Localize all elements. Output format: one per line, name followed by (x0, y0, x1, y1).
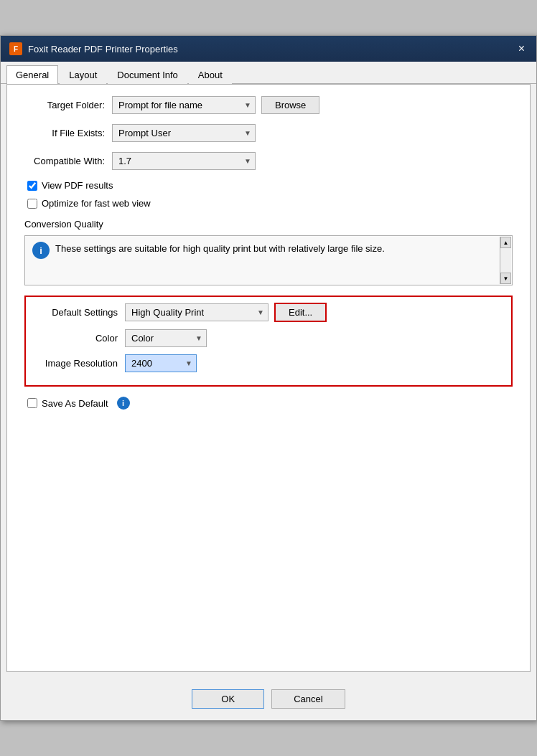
close-button[interactable]: × (515, 43, 528, 55)
compatible-with-select[interactable]: 1.7 1.6 1.5 1.4 (112, 152, 256, 170)
color-select[interactable]: Color Grayscale Monochrome (125, 329, 207, 347)
default-settings-row: Default Settings High Quality Print Stan… (32, 303, 505, 322)
edit-button[interactable]: Edit... (274, 303, 327, 322)
scrollbar[interactable]: ▲ ▼ (500, 237, 511, 284)
target-folder-label: Target Folder: (19, 100, 112, 110)
conversion-quality-title: Conversion Quality (24, 219, 518, 230)
save-as-default-info-icon: i (117, 397, 130, 410)
tab-document-info[interactable]: Document Info (108, 65, 187, 84)
window-title: Foxit Reader PDF Printer Properties (28, 44, 178, 55)
target-folder-wrapper: Prompt for file name My Documents Deskto… (112, 96, 256, 114)
view-pdf-checkbox[interactable] (27, 181, 37, 191)
default-settings-label: Default Settings (32, 307, 125, 318)
cancel-button[interactable]: Cancel (271, 689, 345, 709)
resolution-select[interactable]: 2400 1200 600 300 (125, 354, 197, 372)
title-bar-left: F Foxit Reader PDF Printer Properties (9, 42, 178, 55)
image-resolution-label: Image Resolution (32, 358, 125, 369)
compatible-with-wrapper: 1.7 1.6 1.5 1.4 ▼ (112, 152, 256, 170)
default-settings-select[interactable]: High Quality Print Standard Smallest Fil… (125, 303, 268, 321)
highlighted-settings-section: Default Settings High Quality Print Stan… (24, 296, 513, 387)
compatible-with-label: Compatible With: (19, 156, 112, 166)
view-pdf-row: View PDF results (27, 180, 518, 191)
target-folder-select[interactable]: Prompt for file name My Documents Deskto… (112, 96, 256, 114)
color-wrapper: Color Grayscale Monochrome ▼ (125, 329, 207, 347)
compatible-with-row: Compatible With: 1.7 1.6 1.5 1.4 ▼ (19, 152, 518, 170)
tab-general[interactable]: General (6, 65, 58, 84)
info-icon: i (32, 242, 50, 259)
title-bar: F Foxit Reader PDF Printer Properties × (1, 36, 536, 62)
color-label: Color (32, 333, 125, 344)
optimize-label[interactable]: Optimize for fast web view (42, 198, 151, 209)
main-window: F Foxit Reader PDF Printer Properties × … (0, 35, 537, 721)
view-pdf-label[interactable]: View PDF results (42, 180, 113, 191)
app-icon: F (9, 42, 22, 55)
tab-bar: General Layout Document Info About (1, 62, 536, 84)
info-box: i These settings are suitable for high q… (24, 235, 513, 285)
target-folder-row: Target Folder: Prompt for file name My D… (19, 96, 518, 114)
app-icon-letter: F (14, 45, 18, 53)
scroll-up-button[interactable]: ▲ (500, 237, 511, 248)
footer: OK Cancel (1, 678, 536, 720)
if-file-exists-label: If File Exists: (19, 128, 112, 138)
ok-button[interactable]: OK (192, 689, 264, 709)
tab-about[interactable]: About (189, 65, 232, 84)
if-file-exists-row: If File Exists: Prompt User Overwrite Ad… (19, 124, 518, 142)
optimize-checkbox[interactable] (27, 199, 37, 209)
resolution-wrapper: 2400 1200 600 300 ▼ (125, 354, 197, 372)
if-file-exists-wrapper: Prompt User Overwrite Add Suffix ▼ (112, 124, 256, 142)
tab-content: Target Folder: Prompt for file name My D… (6, 84, 531, 672)
color-row: Color Color Grayscale Monochrome ▼ (32, 329, 505, 347)
save-as-default-checkbox[interactable] (27, 398, 37, 408)
info-text: These settings are suitable for high qua… (55, 242, 385, 279)
optimize-row: Optimize for fast web view (27, 198, 518, 209)
save-as-default-row: Save As Default i (27, 397, 518, 410)
save-as-default-label[interactable]: Save As Default (42, 398, 108, 409)
scroll-down-button[interactable]: ▼ (500, 273, 511, 284)
default-settings-wrapper: High Quality Print Standard Smallest Fil… (125, 303, 268, 321)
image-resolution-row: Image Resolution 2400 1200 600 300 ▼ (32, 354, 505, 372)
if-file-exists-select[interactable]: Prompt User Overwrite Add Suffix (112, 124, 256, 142)
browse-button[interactable]: Browse (261, 96, 319, 114)
tab-layout[interactable]: Layout (60, 65, 106, 84)
